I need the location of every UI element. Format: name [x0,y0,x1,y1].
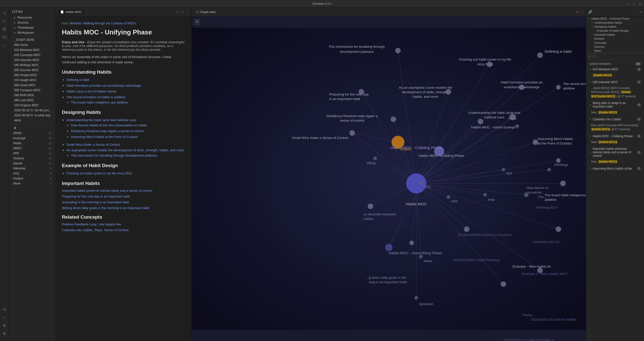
mention-group-header-improving-micro[interactable]: ▼ Improving Micro Habits at the 1 [586,166,644,171]
sort-view-icon[interactable]: ↕ [597,55,599,59]
sidebar-file-health[interactable]: 070 Health MOC [10,78,55,83]
outline-item-sources[interactable]: Sources [586,45,644,49]
sidebar-file-2020-0602[interactable]: 2020-06-02 O- On the pro... [10,108,55,113]
sidebar-file-mindsets[interactable]: 010 Mindsets MOC [10,47,55,53]
link-important-4[interactable]: Writing down daily goals in the morning … [62,206,149,210]
open-folder-btn[interactable] [1,34,8,41]
settings-btn[interactable]: ⚙ [1,330,8,337]
more-options-icon[interactable]: ⋮ [186,10,189,14]
sidebar-file-2020-0808[interactable]: 2020-08-08 O- In what way [10,113,55,118]
maximize-btn[interactable]: □ [633,2,635,5]
sidebar-file-projects[interactable]: 100 Projects MOC [10,103,55,108]
sidebar-file-people[interactable]: 060 People MOC [10,73,55,78]
sidebar-tag-quote[interactable]: #quote 11 [10,161,55,166]
right-panel-close-btn[interactable]: ✕ [639,10,642,14]
mention-group-header-mindsets[interactable]: ▼ 010 Mindsets MOC 1 [586,67,644,72]
plugin-btn[interactable]: ⚙ [1,322,8,329]
close-graph-btn[interactable]: ✕ [576,10,579,14]
link-reps[interactable]: Reps [95,228,102,232]
more-graph-btn[interactable]: ⋮ [581,10,584,14]
link-habit-cycle[interactable]: Understanding the habit cycle and habitu… [66,118,136,122]
link-asymptotic[interactable]: An asymptotic curve models the developme… [66,148,184,152]
sidebar-tag-pkm[interactable]: #PKM 47 [10,131,55,136]
link-improving-micro[interactable]: Improving Micro Habits at the Point of C… [71,135,138,139]
sidebar-tag-fave[interactable]: #fave 7 [10,181,55,186]
sidebar-item-resources[interactable]: ▶ Resources [10,15,55,20]
link-neural-formation[interactable]: The neural formation of habits is additi… [66,95,125,99]
sidebar-file-pkm[interactable]: 090 PKM MOC [10,93,55,98]
search-btn[interactable] [1,306,8,313]
sidebar-file-writings[interactable]: 040 Writings MOC [10,63,55,68]
outline-item-related[interactable]: Related [586,37,644,41]
editor-tab-habits-moc[interactable]: 📄 Habits MOC [58,9,84,15]
mention-group-header-cobwebs[interactable]: ▼ Cobwebs into Cables 1 [586,117,644,122]
new-note-btn[interactable] [1,26,8,33]
link-resiliency[interactable]: Resiliency Routines help regain a sense … [71,129,143,133]
sidebar-tag-source[interactable]: #source 13 [10,156,55,161]
link-charting[interactable]: Charting out habit cycles in my life cir… [66,171,132,175]
sidebar-file-kids[interactable]: #kids [10,118,55,123]
editor-tab-bar: 📄 Habits MOC ✏ ✕ ⋮ [56,8,191,17]
sidebar-file-goals[interactable]: 080 Goals MOC [10,83,55,88]
sidebar-tag-concept[interactable]: #concept 32 [10,136,55,141]
link-important-1[interactable]: Important habits preserve mental clarity… [62,189,152,192]
sidebar-tag-aq[interactable]: #AQ 8 [10,171,55,176]
close-editor-btn[interactable]: ✕ [181,10,184,14]
outline-item-other[interactable]: Other [586,49,644,53]
sidebar-file-home[interactable]: 000 Home [10,42,55,47]
sidebar-item-workspaces[interactable]: ▶ Workspaces [10,30,55,35]
outline-item-example[interactable]: ▷ Example of Habit Design [586,29,644,33]
mention-group-header-being-able[interactable]: ▼ Being able to adapt is an important ha… [586,100,644,109]
sidebar-file-sources[interactable]: 050 Sources MOC [10,68,55,73]
text-view-icon[interactable]: Ⓣ [593,54,596,59]
sidebar-file-concepts[interactable]: 020 Concepts MOC [10,53,55,58]
forward-btn[interactable]: ▷ [1,18,8,25]
sidebar-item-timestamps[interactable]: ▶ Timestamps [10,25,55,30]
sort-btn[interactable]: ↕ [1,42,8,49]
link-defining-habit[interactable]: Defining a habit [66,78,89,82]
close-btn[interactable]: ✕ [639,2,641,6]
sidebar-tag-habit[interactable]: #habit 31 [10,141,55,146]
graph-canvas[interactable]: ⚙ [192,17,586,341]
sidebar-file-start[interactable]: _START HERE [10,37,55,42]
link-3phases[interactable]: Walking through the 3 phases of MOCs [83,22,136,25]
panel-link-icon[interactable]: 🔗 [588,10,592,14]
back-btn[interactable]: ◁ [1,10,8,17]
mention-group-header-colliding[interactable]: ▼ Habits MOC - Colliding Phase 1 [586,133,644,139]
link-truest-metaphors[interactable]: The truest habit metaphors are additive [71,101,128,104]
mention-group-header-interests[interactable]: ▼ 030 Interests MOC 1 [586,79,644,85]
window-controls[interactable]: ─ □ ✕ [627,0,641,8]
link-important-3[interactable]: Journaling in the morning is an importan… [62,200,129,204]
outline-item-understanding[interactable]: ▼ Understanding Habits [586,21,644,25]
link-mechanism[interactable]: The mechanism for breaking through devel… [71,154,157,157]
link-habit-evolution[interactable]: Habit formation provides an evolutionary… [66,84,141,87]
sidebar-file-lists[interactable]: 095 Lists MOC [10,98,55,103]
link-important-2[interactable]: Preparing for the next day is an importa… [62,194,130,198]
link-atomic-habits[interactable]: How Atomic Habits fit into the conversat… [71,123,147,127]
sidebar-tag-moc[interactable]: #MOC 25 [10,146,55,151]
link-mindsets[interactable]: Mindsets [70,22,82,25]
sidebar-tag-develop[interactable]: #develop 9 [10,166,55,171]
sidebar-tag-output[interactable]: #output 8 [10,176,55,181]
outline-item-important[interactable]: ▷ Important Habits [586,33,644,37]
sidebar-item-sources[interactable]: ▶ Sources [10,20,55,25]
mention-group-header-important-habits[interactable]: ▼ Important habits preserve mental clari… [586,146,644,159]
star-btn[interactable]: ☆ [1,314,8,321]
link-sense-control[interactable]: Sense of Control [104,228,129,232]
graph-settings-btn[interactable]: ⚙ [194,19,200,25]
outline-item-designing[interactable]: ▼ Designing Habits [586,25,644,29]
link-small-wins[interactable]: Small Wins foster a Sense of Control [66,143,120,147]
sidebar-file-compass[interactable]: 085 Compass MOC [10,88,55,93]
group-badge: 1 [637,151,641,154]
link-positive-feedback[interactable]: Positive Feedback Loop [62,222,97,226]
outline-item-habits-moc-unifying[interactable]: ▼ Habits MOC - Unifying Phase [586,17,644,21]
sidebar-file-interests[interactable]: 030 Interests MOC [10,58,55,63]
link-like-begets[interactable]: Like begets like [99,222,121,226]
outline-item-concepts[interactable]: Concepts [586,41,644,45]
link-cobwebs[interactable]: Cobwebs into Cables [62,228,93,232]
list-view-icon[interactable]: ☰ [588,55,591,59]
minimize-btn[interactable]: ─ [627,2,629,5]
edit-icon[interactable]: ✏ [177,10,179,14]
sidebar-tag-pd[interactable]: #PD 14 [10,151,55,156]
link-hidden-inertia[interactable]: Habits carry a ton of hidden inertia [66,89,116,93]
